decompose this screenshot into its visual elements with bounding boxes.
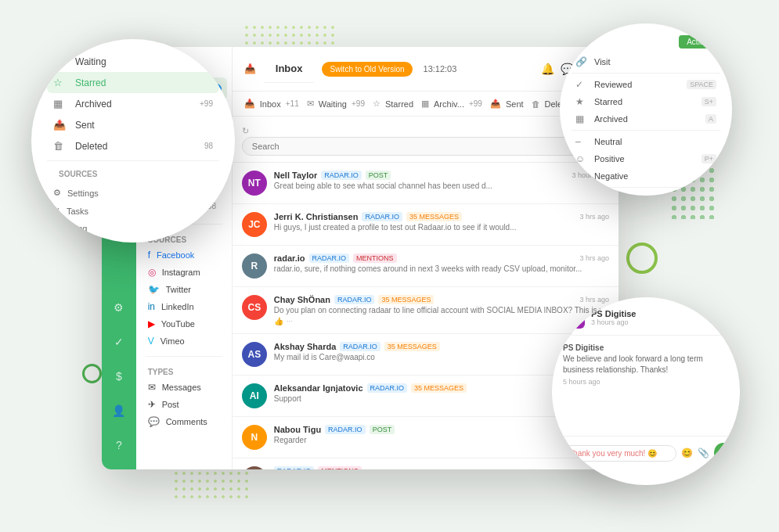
sub-nav-starred[interactable]: ☆ Starred <box>373 96 413 111</box>
types-section-label: Types <box>136 363 232 379</box>
sub-nav-inbox[interactable]: 📥 Inbox +11 <box>244 96 299 111</box>
sub-waiting-label: Waiting <box>319 99 347 109</box>
twitter-icon: 🐦 <box>148 284 160 295</box>
source-linkedin-label: LinkedIn <box>161 302 194 311</box>
notification-icon[interactable]: 🔔 <box>541 63 554 75</box>
cr-header: Actions <box>572 35 720 49</box>
sub-inbox-icon: 📥 <box>244 99 255 109</box>
source-facebook-label: Facebook <box>157 250 194 260</box>
cl-settings[interactable]: ⚙ Settings <box>47 184 219 202</box>
cr-reviewed-shortcut: SPACE <box>687 80 716 89</box>
cl-tasks[interactable]: ✓ Tasks <box>47 202 219 220</box>
cl-inbox-icon: 📥 <box>53 39 67 46</box>
post-icon: ✈ <box>148 399 156 410</box>
cl-deleted[interactable]: 🗑 Deleted 98 <box>47 135 219 156</box>
attach-icon[interactable]: 📎 <box>698 448 709 458</box>
sub-starred-icon: ☆ <box>373 99 380 109</box>
type-comments-label: Comments <box>166 417 207 426</box>
emoji-icon[interactable]: 😊 <box>681 448 693 458</box>
type-messages[interactable]: ✉ Messages <box>136 379 232 396</box>
avatar: CS <box>242 295 267 320</box>
sidebar-icon-settings[interactable]: ⚙ <box>106 295 132 320</box>
cr-starred[interactable]: ★ Starred S+ <box>572 93 720 110</box>
sub-archived-label: Archiv... <box>434 99 464 109</box>
type-messages-label: Messages <box>162 383 201 392</box>
source-youtube-label: YouTube <box>161 319 195 329</box>
chat-contact-time: 3 hours ago <box>591 318 636 326</box>
cr-starred-icon: ★ <box>575 96 588 107</box>
cr-neutral-label: Neutral <box>594 137 622 146</box>
cl-sent[interactable]: 📤 Sent <box>47 114 219 135</box>
cl-starred-label: Starred <box>75 77 106 88</box>
source-twitter-label: Twitter <box>166 285 191 294</box>
inbox-header-icon: 📥 <box>244 63 256 74</box>
cr-reviewed-label: Reviewed <box>594 80 632 89</box>
chat-message-preview: We believe and look forward a long term … <box>563 354 729 376</box>
cr-negative-label: Negative <box>594 171 628 181</box>
vimeo-icon: V <box>148 336 154 347</box>
header-time: 13:12:03 <box>424 64 457 74</box>
sub-nav-waiting[interactable]: ✉ Waiting +99 <box>307 96 365 111</box>
cl-archived[interactable]: ▦ Archived +99 <box>47 93 219 114</box>
message-body: radar.io RADAR.IO MENTIONS 3 hrs ago rad… <box>274 253 609 273</box>
source-instagram-label: Instagram <box>162 268 200 277</box>
cr-archived-icon: ▦ <box>575 113 588 124</box>
table-row[interactable]: JC Jerri K. Christiansen RADAR.IO 35 MES… <box>233 204 619 246</box>
main-header: 📥 Inbox Switch to Old Version 13:12:03 🔔… <box>233 47 619 92</box>
sub-nav-archived[interactable]: ▦ Archiv... +99 <box>421 96 482 111</box>
source-vimeo[interactable]: V Vimeo <box>136 332 232 350</box>
cl-archived-badge: +99 <box>200 99 213 108</box>
cr-neutral[interactable]: – Neutral <box>572 133 720 150</box>
sidebar-icon-help[interactable]: ? <box>106 433 132 458</box>
avatar: N <box>242 425 267 450</box>
thumbs-up-btn[interactable]: 👍 <box>274 317 283 325</box>
refresh-icon[interactable]: ↻ <box>242 126 249 135</box>
cl-deleted-badge: 98 <box>204 142 213 150</box>
source-instagram[interactable]: ◎ Instagram <box>136 264 232 281</box>
message-body: RADAR.IO MENTIONS Las 7 mejores, y más e… <box>274 466 609 469</box>
circle-right-content: Actions 🔗 Visit ✓ Reviewed SPACE ★ Starr… <box>560 23 732 196</box>
table-row[interactable]: NT Nell Taylor RADAR.IO POST 3 hours ago… <box>233 163 619 204</box>
source-youtube[interactable]: ▶ YouTube <box>136 315 232 332</box>
sidebar-icon-tasks[interactable]: ✓ <box>106 329 132 354</box>
chat-image-icon[interactable]: 🖼 <box>723 469 732 479</box>
cl-deleted-label: Deleted <box>75 141 107 152</box>
cr-reviewed[interactable]: ✓ Reviewed SPACE <box>572 76 720 93</box>
avatar: NT <box>242 171 267 196</box>
type-comments[interactable]: 💬 Comments <box>136 413 232 430</box>
sub-deleted-icon: 🗑 <box>532 99 540 109</box>
sidebar-icon-billing[interactable]: $ <box>106 364 132 389</box>
chat-messages: PS Digitise We believe and look forward … <box>552 336 740 436</box>
sub-archived-icon: ▦ <box>421 99 429 109</box>
circle-left-content: Inbox 📥 Inbox 165 ✉ Waiting +99 ☆ Starre… <box>31 39 235 243</box>
type-post[interactable]: ✈ Post <box>136 396 232 413</box>
cl-starred[interactable]: ☆ Starred <box>47 72 219 93</box>
table-row[interactable]: CS Chay ShÖnan RADAR.IO 35 MESSAGES 3 hr… <box>233 287 619 334</box>
source-linkedin[interactable]: in LinkedIn <box>136 298 232 315</box>
cr-visit-icon: 🔗 <box>575 56 588 67</box>
circle-right-overlay: Actions 🔗 Visit ✓ Reviewed SPACE ★ Starr… <box>560 23 732 196</box>
cl-settings-label: Settings <box>67 189 99 198</box>
source-facebook[interactable]: f Facebook <box>136 246 232 264</box>
chat-send-button[interactable]: ➤ <box>714 443 732 463</box>
cl-inbox-label: Inbox <box>75 39 98 46</box>
chat-message-time: 5 hours ago <box>563 378 729 386</box>
actions-button[interactable]: Actions <box>679 35 720 49</box>
table-row[interactable]: R radar.io RADAR.IO MENTIONS 3 hrs ago r… <box>233 246 619 287</box>
cr-neutral-icon: – <box>575 136 588 147</box>
sub-nav-sent[interactable]: 📤 Sent <box>490 96 524 111</box>
deco-circle-2 <box>82 364 102 383</box>
cl-inbox-badge: 165 <box>190 39 213 45</box>
cr-positive[interactable]: ☺ Positive P+ <box>572 150 720 167</box>
sidebar-icon-profile[interactable]: 👤 <box>106 398 132 423</box>
cr-archived[interactable]: ▦ Archived A <box>572 110 720 128</box>
cl-sent-icon: 📤 <box>53 119 67 131</box>
switch-version-button[interactable]: Switch to Old Version <box>322 62 412 77</box>
table-row[interactable]: U RADAR.IO MENTIONS Las 7 mejores, y más… <box>233 458 619 469</box>
source-twitter[interactable]: 🐦 Twitter <box>136 281 232 298</box>
instagram-icon: ◎ <box>148 267 156 278</box>
search-input[interactable] <box>242 137 609 156</box>
cr-visit[interactable]: 🔗 Visit <box>572 53 720 70</box>
messages-icon: ✉ <box>148 382 156 393</box>
more-btn[interactable]: ··· <box>287 317 293 325</box>
